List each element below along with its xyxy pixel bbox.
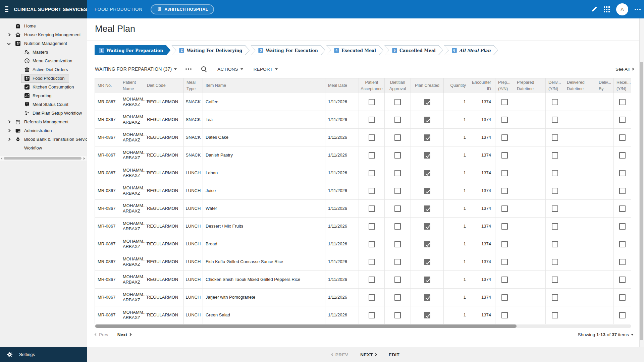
prep-checkbox[interactable] (501, 241, 508, 247)
plan_created-checkbox[interactable] (424, 312, 430, 318)
table-horizontal-scrollbar[interactable] (95, 324, 631, 328)
column-header-deliv[interactable]: Deliv...(Y/N) (546, 78, 564, 93)
chevron-right-icon[interactable] (7, 129, 11, 132)
column-header-recei[interactable]: Recei...(Y/N) (614, 78, 631, 93)
prev-page-button[interactable]: Prev (95, 332, 108, 337)
column-header-patient_acceptance[interactable]: PatientAcceptance (359, 78, 385, 93)
tab-waiting-for-deliverying[interactable]: 2Waiting For Deliverying (171, 45, 250, 55)
chevron-down-icon[interactable] (7, 42, 11, 45)
deliv-checkbox[interactable] (552, 205, 558, 212)
column-header-delivered_datetime[interactable]: DeliveredDatetime (564, 78, 596, 93)
dietitian_approval-checkbox[interactable] (394, 152, 401, 159)
column-header-quantity[interactable]: Quantity (444, 78, 470, 93)
sidebar-item-masters[interactable]: Masters (0, 48, 87, 57)
plan_created-checkbox[interactable] (424, 134, 430, 141)
table-row[interactable]: MR-0867MOHAMM...ARBAXZREGULARMONLUNCHBre… (95, 235, 631, 253)
patient_acceptance-checkbox[interactable] (369, 294, 375, 301)
dietitian_approval-checkbox[interactable] (394, 241, 401, 247)
patient_acceptance-checkbox[interactable] (369, 188, 375, 194)
table-row[interactable]: MR-0867MOHAMM...ARBAXZREGULARMONLUNCHJar… (95, 289, 631, 306)
patient_acceptance-checkbox[interactable] (369, 241, 375, 247)
table-row[interactable]: MR-0867MOHAMM...ARBAXZREGULARMONSNACKTea… (95, 111, 631, 129)
tab-cancelled-meal[interactable]: 5Cancelled Meal (384, 45, 443, 55)
apps-grid-icon[interactable] (604, 6, 610, 12)
patient_acceptance-checkbox[interactable] (369, 223, 375, 230)
table-row[interactable]: MR-0867MOHAMM...ARBAXZREGULARMONLUNCHChi… (95, 271, 631, 289)
actions-dropdown[interactable]: ACTIONS (217, 67, 243, 72)
column-header-deliv_by[interactable]: Deliv...By (596, 78, 614, 93)
plan_created-checkbox[interactable] (424, 241, 430, 247)
column-header-prepared_datetime[interactable]: PreparedDatetime (514, 78, 546, 93)
deliv-checkbox[interactable] (552, 259, 558, 265)
column-header-plan_created[interactable]: Plan Created (411, 78, 444, 93)
table-row[interactable]: MR-0867MOHAMM...ARBAXZREGULARMONLUNCHWat… (95, 200, 631, 218)
dietitian_approval-checkbox[interactable] (394, 277, 401, 283)
items-count-dropdown[interactable]: Showing 1-13 of 37 items (578, 332, 634, 337)
plan_created-checkbox[interactable] (424, 152, 430, 159)
column-header-meal_date[interactable]: Meal Date (325, 78, 359, 93)
sidebar-item-blood-bank-transfusion-service[interactable]: Blood Bank & Transfusion Service (0, 135, 87, 144)
deliv-checkbox[interactable] (552, 99, 558, 105)
sidebar-item-house-keeping-management[interactable]: House Keeping Management (0, 31, 87, 39)
deliv-checkbox[interactable] (552, 152, 558, 159)
sidebar-item-referrals-management[interactable]: Referrals Management (0, 118, 87, 126)
recei-checkbox[interactable] (619, 223, 626, 230)
chevron-right-icon[interactable] (7, 138, 11, 141)
plan_created-checkbox[interactable] (424, 99, 430, 105)
column-header-diet_code[interactable]: Diet Code (144, 78, 184, 93)
plan_created-checkbox[interactable] (424, 259, 430, 265)
table-row[interactable]: MR-0867MOHAMM...ARBAXZREGULARMONLUNCHJui… (95, 182, 631, 200)
see-all-link[interactable]: See All (615, 67, 634, 72)
table-row[interactable]: MR-0867MOHAMM...ARBAXZREGULARMONLUNCHGre… (95, 306, 631, 324)
recei-checkbox[interactable] (619, 277, 626, 283)
column-header-mr_no[interactable]: MR No. (95, 78, 120, 93)
recei-checkbox[interactable] (619, 188, 626, 194)
deliv-checkbox[interactable] (552, 117, 558, 123)
deliv-checkbox[interactable] (552, 277, 558, 283)
patient_acceptance-checkbox[interactable] (369, 170, 375, 176)
recei-checkbox[interactable] (619, 99, 626, 105)
column-header-dietitian_approval[interactable]: DietitianApproval (385, 78, 411, 93)
dietitian_approval-checkbox[interactable] (394, 188, 401, 194)
prep-checkbox[interactable] (501, 99, 508, 105)
sidebar-item-home[interactable]: Home (0, 22, 87, 31)
patient_acceptance-checkbox[interactable] (369, 134, 375, 141)
chevron-right-icon[interactable] (7, 120, 11, 124)
plan_created-checkbox[interactable] (424, 277, 430, 283)
footer-edit-button[interactable]: EDIT (389, 352, 399, 357)
tab-waiting-for-execution[interactable]: 3Waiting For Execution (251, 45, 325, 55)
plan_created-checkbox[interactable] (424, 205, 430, 212)
sidebar-item-reporting[interactable]: Reporting (0, 92, 87, 100)
prep-checkbox[interactable] (501, 188, 508, 194)
deliv-checkbox[interactable] (552, 312, 558, 318)
prep-checkbox[interactable] (501, 259, 508, 265)
toolbar-more-icon[interactable] (185, 68, 192, 70)
sidebar-item-menu-customization[interactable]: Menu Customization (0, 57, 87, 65)
dietitian_approval-checkbox[interactable] (394, 134, 401, 141)
tab-waiting-for-preparation[interactable]: 1Waiting For Preparation (95, 45, 170, 55)
table-row[interactable]: MR-0867MOHAMM...ARBAXZREGULARMONLUNCHLab… (95, 164, 631, 182)
dietitian_approval-checkbox[interactable] (394, 117, 401, 123)
prep-checkbox[interactable] (501, 223, 508, 230)
sidebar-item-nutrition-management[interactable]: Nutrition Management (0, 39, 87, 48)
sidebar-item-administration[interactable]: Administration (0, 126, 87, 135)
patient_acceptance-checkbox[interactable] (369, 312, 375, 318)
avatar[interactable]: A (616, 3, 628, 15)
patient_acceptance-checkbox[interactable] (369, 205, 375, 212)
table-row[interactable]: MR-0867MOHAMM...ARBAXZREGULARMONSNACKDat… (95, 129, 631, 146)
table-row[interactable]: MR-0867MOHAMM...ARBAXZREGULARMONSNACKCof… (95, 93, 631, 111)
dietitian_approval-checkbox[interactable] (394, 205, 401, 212)
column-header-meal_type[interactable]: Meal Type (184, 78, 203, 93)
table-row[interactable]: MR-0867MOHAMM...ARBAXZREGULARMONSNACKDan… (95, 146, 631, 164)
prep-checkbox[interactable] (501, 205, 508, 212)
prep-checkbox[interactable] (501, 277, 508, 283)
recei-checkbox[interactable] (619, 294, 626, 301)
hamburger-menu-icon[interactable] (5, 5, 8, 13)
dietitian_approval-checkbox[interactable] (394, 259, 401, 265)
hospital-badge[interactable]: A3HITECH HOSPITAL (151, 4, 214, 14)
chevron-right-icon[interactable] (7, 33, 11, 37)
plan_created-checkbox[interactable] (424, 170, 430, 176)
plan_created-checkbox[interactable] (424, 294, 430, 301)
dietitian_approval-checkbox[interactable] (394, 312, 401, 318)
deliv-checkbox[interactable] (552, 223, 558, 230)
